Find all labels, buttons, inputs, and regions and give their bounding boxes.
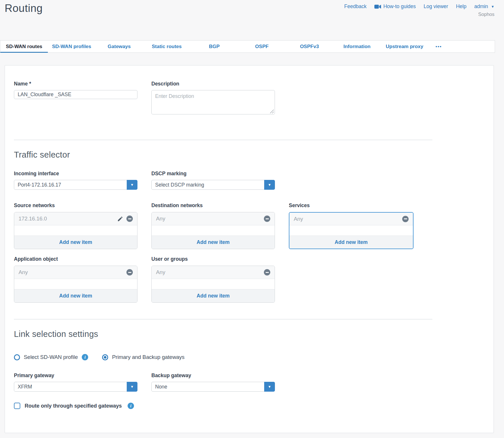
- incoming-interface-label: Incoming interface: [14, 171, 137, 177]
- tab-sdwan-routes[interactable]: SD-WAN routes: [0, 41, 48, 52]
- networks-labels-row: Source networks Destination networks Ser…: [14, 202, 432, 209]
- name-input[interactable]: [14, 90, 137, 99]
- add-new-item-label: Add new item: [197, 293, 230, 299]
- source-networks-add-button[interactable]: Add new item: [14, 236, 137, 249]
- destination-networks-label: Destination networks: [151, 202, 275, 209]
- section-divider: [14, 319, 432, 320]
- add-new-item-label: Add new item: [335, 239, 368, 245]
- dscp-marking-select[interactable]: Select DSCP marking ▼: [151, 180, 275, 190]
- feedback-link[interactable]: Feedback: [344, 3, 367, 10]
- source-networks-label: Source networks: [14, 202, 137, 209]
- tab-label: BGP: [209, 44, 220, 50]
- list-item: 172.16.16.0: [14, 212, 137, 225]
- remove-minus-icon[interactable]: [264, 269, 270, 275]
- networks-boxes-row: 172.16.16.0 Add new item Any: [14, 212, 432, 249]
- list-item: Any: [152, 212, 275, 225]
- user-or-groups-listbox: Any Add new item: [151, 266, 275, 303]
- primary-gateway-label: Primary gateway: [14, 373, 137, 379]
- listbox-spacer: [289, 225, 413, 236]
- listbox-spacer: [152, 279, 275, 289]
- list-item: Any: [289, 213, 413, 225]
- description-field-group: Description: [151, 81, 275, 116]
- name-field-group: Name *: [14, 81, 137, 116]
- link-selection-heading: Link selection settings: [14, 329, 432, 339]
- help-label: Help: [456, 3, 466, 10]
- tab-upstream-proxy[interactable]: Upstream proxy: [381, 41, 428, 52]
- tab-ospfv3[interactable]: OSPFv3: [286, 41, 333, 52]
- tab-sdwan-profiles[interactable]: SD-WAN profiles: [48, 41, 95, 52]
- radio-label: Select SD-WAN profile: [24, 354, 78, 360]
- add-new-item-label: Add new item: [197, 239, 230, 245]
- radio-select-sdwan-profile[interactable]: [14, 354, 20, 360]
- remove-minus-icon[interactable]: [126, 269, 133, 275]
- sdwan-route-form-panel: Name * Description Traffic selector Inco…: [5, 65, 494, 433]
- tab-information[interactable]: Information: [333, 41, 381, 52]
- feedback-label: Feedback: [344, 3, 367, 10]
- list-item-value: Any: [156, 216, 165, 222]
- page-title: Routing: [5, 2, 43, 14]
- log-viewer-link[interactable]: Log viewer: [424, 3, 448, 10]
- remove-minus-icon[interactable]: [264, 216, 270, 222]
- services-label: Services: [289, 202, 414, 209]
- description-textarea[interactable]: [151, 90, 275, 114]
- tab-static-routes[interactable]: Static routes: [143, 41, 191, 52]
- link-selection-radios: Select SD-WAN profile i Primary and Back…: [14, 354, 432, 360]
- route-only-label: Route only through specified gateways: [25, 403, 122, 409]
- howto-guides-link[interactable]: How-to guides: [374, 3, 416, 10]
- help-link[interactable]: Help: [456, 3, 466, 10]
- route-only-checkbox[interactable]: [14, 403, 20, 409]
- tab-ospf[interactable]: OSPF: [238, 41, 286, 52]
- gateway-labels-row: Primary gateway Backup gateway: [14, 373, 432, 379]
- listbox-spacer: [152, 225, 275, 236]
- tab-bar: SD-WAN routes SD-WAN profiles Gateways S…: [0, 40, 495, 53]
- tab-label: Information: [343, 44, 371, 50]
- dropdown-arrow-icon: ▼: [264, 180, 275, 190]
- remove-minus-icon[interactable]: [126, 216, 133, 222]
- application-object-add-button[interactable]: Add new item: [14, 289, 137, 302]
- ellipsis-icon: •••: [436, 44, 442, 49]
- backup-gateway-select[interactable]: None ▼: [151, 382, 275, 392]
- description-label: Description: [151, 81, 275, 87]
- add-new-item-label: Add new item: [59, 239, 92, 245]
- info-icon[interactable]: i: [128, 403, 134, 409]
- remove-minus-icon[interactable]: [402, 216, 409, 222]
- radio-primary-backup-gateways[interactable]: [102, 354, 108, 360]
- list-item: Any: [14, 266, 137, 279]
- list-item-value: 172.16.16.0: [19, 216, 47, 222]
- tabs-more-button[interactable]: •••: [428, 41, 449, 52]
- list-item-value: Any: [294, 216, 303, 222]
- user-or-groups-add-button[interactable]: Add new item: [152, 289, 275, 302]
- destination-networks-listbox: Any Add new item: [151, 212, 275, 249]
- admin-menu[interactable]: admin ▼: [474, 3, 494, 10]
- application-object-listbox: Any Add new item: [14, 266, 137, 303]
- radio-label: Primary and Backup gateways: [112, 354, 184, 360]
- list-item-value: Any: [156, 269, 165, 275]
- app-user-labels-row: Application object User or groups: [14, 256, 432, 262]
- route-only-row: Route only through specified gateways i: [14, 403, 432, 409]
- interface-dscp-labels: Incoming interface DSCP marking: [14, 171, 432, 177]
- top-nav: Feedback How-to guides Log viewer Help a…: [344, 3, 494, 10]
- tab-label: SD-WAN profiles: [52, 44, 91, 50]
- tab-label: Upstream proxy: [386, 44, 423, 50]
- destination-networks-add-button[interactable]: Add new item: [152, 236, 275, 249]
- primary-gateway-value: XFRM: [14, 384, 36, 390]
- tab-label: OSPF: [255, 44, 269, 50]
- incoming-interface-select[interactable]: Port4-172.16.16.17 ▼: [14, 180, 137, 190]
- tab-bgp[interactable]: BGP: [191, 41, 238, 52]
- tab-label: SD-WAN routes: [6, 44, 42, 50]
- info-icon[interactable]: i: [82, 354, 88, 360]
- admin-label: admin: [474, 3, 488, 10]
- tab-gateways[interactable]: Gateways: [95, 41, 143, 52]
- dropdown-arrow-icon: ▼: [264, 382, 275, 392]
- caret-down-icon: ▼: [491, 5, 494, 9]
- section-divider: [14, 140, 432, 140]
- add-new-item-label: Add new item: [59, 293, 92, 299]
- application-object-label: Application object: [14, 256, 137, 262]
- services-add-button[interactable]: Add new item: [289, 236, 413, 249]
- primary-gateway-select[interactable]: XFRM ▼: [14, 382, 137, 392]
- video-camera-icon: [374, 5, 381, 9]
- gateway-selects-row: XFRM ▼ None ▼: [14, 382, 432, 392]
- traffic-selector-heading: Traffic selector: [14, 150, 432, 160]
- edit-pencil-icon[interactable]: [117, 216, 123, 222]
- dscp-marking-label: DSCP marking: [151, 171, 275, 177]
